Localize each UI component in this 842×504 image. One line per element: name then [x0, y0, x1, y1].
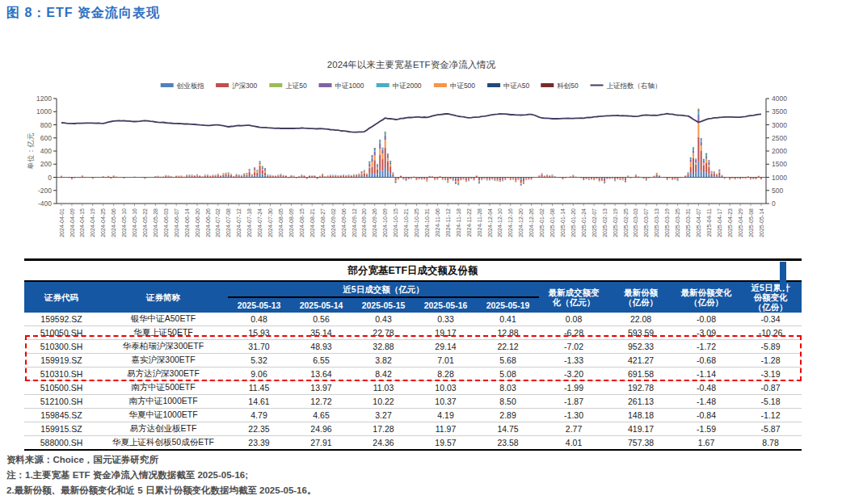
cell-value: 24.96 — [290, 422, 352, 436]
cell-value: 4.19 — [415, 409, 477, 422]
svg-text:2025-01-24: 2025-01-24 — [581, 208, 587, 237]
svg-text:2500: 2500 — [772, 134, 787, 142]
security-code: 588000.SH — [24, 436, 99, 451]
security-code: 159592.SZ — [24, 313, 99, 326]
cell-value: -5.87 — [739, 422, 802, 436]
svg-text:2024-04-01: 2024-04-01 — [59, 208, 65, 237]
svg-text:2024-09-02: 2024-09-02 — [330, 208, 336, 237]
svg-text:2024-09-06: 2024-09-06 — [341, 208, 347, 237]
svg-text:中证1000: 中证1000 — [335, 82, 364, 90]
svg-text:2025-05-14: 2025-05-14 — [759, 208, 764, 237]
cell-value: 8.78 — [739, 436, 802, 451]
cell-value: 14.75 — [477, 422, 539, 436]
svg-text:上证指数（右轴）: 上证指数（右轴） — [607, 82, 662, 90]
cell-value: -1.28 — [739, 354, 802, 368]
report-figure-page: { "page_title": "图 8：ETF 资金流向表现", "chart… — [0, 0, 842, 504]
cell-value: -10.26 — [739, 326, 802, 340]
cell-value: 9.06 — [228, 368, 290, 381]
cell-value: 0.33 — [415, 313, 477, 326]
svg-text:2025-02-25: 2025-02-25 — [623, 208, 629, 237]
cell-value: 261.13 — [608, 395, 673, 409]
svg-text:2024-12-20: 2024-12-20 — [518, 208, 524, 237]
security-name: 华泰柏瑞沪深300ETF — [99, 340, 228, 354]
svg-text:2025-04-17: 2025-04-17 — [717, 208, 722, 237]
svg-text:2025-03-31: 2025-03-31 — [685, 208, 691, 237]
cell-value: -0.68 — [673, 354, 739, 368]
svg-text:2000: 2000 — [772, 147, 787, 155]
cell-value: 48.93 — [290, 340, 352, 354]
cell-value: 10.37 — [415, 395, 477, 409]
svg-text:2025-01-08: 2025-01-08 — [549, 208, 555, 237]
svg-text:2025-02-19: 2025-02-19 — [613, 208, 618, 237]
col-header-date-1: 2025-05-14 — [290, 297, 352, 313]
svg-text:中证500: 中证500 — [450, 82, 475, 90]
cell-value: 32.88 — [352, 340, 415, 354]
svg-text:2024-08-27: 2024-08-27 — [320, 208, 326, 237]
svg-text:2024-05-06: 2024-05-06 — [111, 208, 116, 237]
cell-value: -5.89 — [739, 340, 802, 354]
cell-value: 5.68 — [477, 354, 539, 368]
cell-value: 10.03 — [415, 381, 477, 395]
table-row: 159915.SZ易方达创业板ETF22.3524.9617.2811.9714… — [24, 422, 802, 436]
svg-text:2024-07-12: 2024-07-12 — [236, 208, 242, 237]
cell-value: 11.45 — [228, 381, 290, 395]
cell-value: 4.65 — [290, 409, 352, 422]
cell-value: -6.28 — [539, 326, 608, 340]
cell-value: 13.64 — [290, 368, 352, 381]
cell-value: 5.32 — [228, 354, 290, 368]
svg-text:2024-12-16: 2024-12-16 — [507, 208, 513, 237]
cell-value: 24.36 — [352, 436, 415, 451]
svg-text:2024-10-15: 2024-10-15 — [393, 208, 398, 237]
cell-value: -0.34 — [739, 313, 802, 326]
cell-value: 22.78 — [352, 326, 415, 340]
footer-notes: 资料来源：Choice，国元证券研究所 注：1.主要宽基 ETF 资金净流入情况… — [6, 452, 316, 498]
svg-text:2024-10-09: 2024-10-09 — [382, 208, 388, 237]
svg-text:2024-08-09: 2024-08-09 — [288, 208, 294, 237]
table-row: 510310.SH易方达沪深300ETF9.0613.648.428.285.0… — [24, 368, 802, 381]
svg-text:2024-09-26: 2024-09-26 — [372, 208, 377, 237]
security-name: 华夏中证1000ETF — [99, 409, 228, 422]
cell-value: 22.08 — [608, 313, 673, 326]
svg-text:1200: 1200 — [36, 94, 52, 103]
security-code: 159845.SZ — [24, 409, 99, 422]
cell-value: 419.17 — [608, 422, 673, 436]
cell-value: 5.08 — [477, 368, 539, 381]
cell-value: 0.41 — [477, 313, 539, 326]
security-name: 银华中证A50ETF — [99, 313, 228, 326]
etf-volume-share-table: 证券代码证券简称近5日成交额（亿元）最新成交额变 化（亿元）最新份额 （亿份）最… — [24, 280, 802, 451]
svg-text:2024-05-10: 2024-05-10 — [121, 208, 127, 237]
svg-text:600: 600 — [40, 134, 52, 142]
cell-value: 148.18 — [608, 409, 673, 422]
svg-text:0: 0 — [48, 174, 52, 182]
cell-value: 192.78 — [608, 381, 673, 395]
svg-text:2024-07-24: 2024-07-24 — [257, 208, 263, 237]
cell-value: -3.20 — [539, 368, 608, 381]
svg-text:2024-06-26: 2024-06-26 — [205, 208, 211, 237]
cutoff-column-sliver — [780, 262, 786, 290]
svg-text:1500: 1500 — [772, 160, 787, 168]
svg-text:1000: 1000 — [36, 107, 52, 116]
cell-value: 0.08 — [539, 313, 608, 326]
col-header-right-0: 最新成交额变 化（亿元） — [539, 281, 608, 313]
svg-text:-400: -400 — [38, 200, 52, 208]
etf-netflow-chart: 2024年以来主要宽基ETF资金净流入情况创业板指沪深300上证50中证1000… — [23, 36, 798, 260]
cell-value: -1.99 — [539, 381, 608, 395]
cell-value: -1.14 — [673, 368, 739, 381]
cell-value: 3.27 — [352, 409, 415, 422]
cell-value: 7.01 — [415, 354, 477, 368]
svg-text:上证50: 上证50 — [285, 82, 307, 90]
security-name: 易方达创业板ETF — [99, 422, 228, 436]
svg-text:2025-05-08: 2025-05-08 — [748, 208, 754, 237]
svg-text:2024-11-06: 2024-11-06 — [435, 208, 440, 237]
svg-text:500: 500 — [772, 187, 783, 195]
security-code: 512100.SH — [24, 395, 99, 409]
cell-value: 4.01 — [539, 436, 608, 451]
cell-value: 0.48 — [228, 313, 290, 326]
svg-text:2025-01-02: 2025-01-02 — [539, 208, 545, 237]
cell-value: -0.84 — [673, 409, 739, 422]
figure-title: 图 8：ETF 资金流向表现 — [6, 5, 160, 22]
svg-text:2024年以来主要宽基ETF资金净流入情况: 2024年以来主要宽基ETF资金净流入情况 — [327, 60, 496, 69]
svg-text:2025-04-23: 2025-04-23 — [727, 208, 733, 237]
cell-value: 35.14 — [290, 326, 352, 340]
cell-value: -0.48 — [673, 381, 739, 395]
